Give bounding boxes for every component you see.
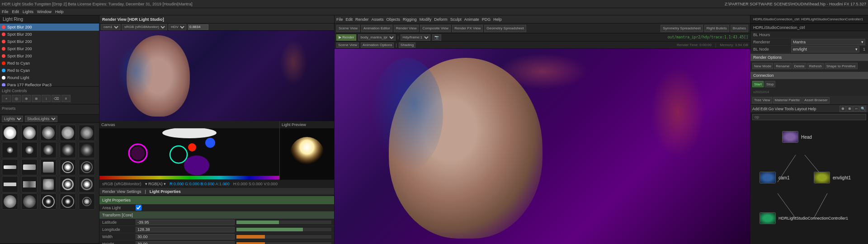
tab-tree-view[interactable]: Tree View bbox=[752, 97, 772, 103]
lights-dropdown[interactable]: Lights bbox=[2, 116, 23, 122]
h-geo-spreadsheet-btn[interactable]: Geometry Spreadsheet bbox=[484, 25, 526, 32]
scene-item-5[interactable]: Red to Cyan bbox=[0, 60, 99, 67]
light-thumb-7[interactable] bbox=[40, 142, 57, 158]
scene-item-0[interactable]: Spot Blur 200 bbox=[0, 23, 99, 31]
light-thumb-21[interactable] bbox=[21, 193, 38, 210]
color-mode-select[interactable]: sRGB (sRGBMonitor) bbox=[122, 24, 167, 30]
h-menu-sculpt[interactable]: Sculpt bbox=[450, 17, 462, 22]
light-thumb-24[interactable] bbox=[79, 193, 95, 210]
scene-item-6[interactable]: Red to Cyan bbox=[0, 67, 99, 74]
light-thumb-4[interactable] bbox=[79, 125, 95, 141]
new-mode-btn[interactable]: New Mode bbox=[752, 63, 773, 69]
light-thumb-14[interactable] bbox=[79, 159, 95, 175]
h-render-view-btn[interactable]: Render View bbox=[394, 25, 419, 32]
scene-item-8[interactable]: Para 177 Reflector Pac3 bbox=[0, 81, 99, 87]
cam-select[interactable]: cam1 bbox=[101, 24, 120, 30]
h-shading-btn[interactable]: Shading bbox=[399, 42, 415, 48]
h-camera-btn[interactable]: 📷 bbox=[432, 34, 441, 41]
light-thumb-12[interactable] bbox=[40, 159, 57, 175]
node-tb-layout[interactable]: Layout bbox=[795, 107, 807, 111]
width-slider[interactable] bbox=[236, 235, 332, 239]
h-symmetry-btn[interactable]: Symmetry Spreadsheet bbox=[660, 25, 703, 32]
h-menu-pdg[interactable]: PDG bbox=[482, 17, 491, 22]
h-view-btn1[interactable]: Scene View bbox=[336, 42, 359, 48]
light-thumb-8[interactable] bbox=[60, 142, 76, 158]
lc-btn-2[interactable]: ◎ bbox=[12, 95, 21, 102]
node-head[interactable]: Head bbox=[782, 131, 812, 143]
node-tb-add[interactable]: Add bbox=[752, 107, 760, 111]
menu-lights[interactable]: Lights bbox=[23, 9, 33, 14]
light-thumb-6[interactable] bbox=[21, 142, 38, 158]
node-tb-tools[interactable]: Tools bbox=[784, 107, 794, 111]
h-menu-rigging[interactable]: Rigging bbox=[403, 17, 417, 22]
menu-help[interactable]: Help bbox=[55, 9, 64, 14]
scene-item-1[interactable]: Spot Blur 200 bbox=[0, 31, 99, 38]
h-menu-edit[interactable]: Edit bbox=[346, 17, 353, 22]
h-scene-view-btn[interactable]: Scene View bbox=[336, 25, 360, 32]
h-anim-editor-btn[interactable]: Animation Editor bbox=[361, 25, 392, 32]
scene-item-3[interactable]: Spot Blur 200 bbox=[0, 45, 99, 52]
light-thumb-2[interactable] bbox=[40, 125, 57, 141]
node-tb-go[interactable]: Go bbox=[769, 107, 774, 111]
scene-item-7[interactable]: Round Light bbox=[0, 74, 99, 81]
light-thumb-23[interactable] bbox=[60, 193, 76, 210]
light-thumb-13[interactable] bbox=[60, 159, 76, 175]
h-menu-animate[interactable]: Animate bbox=[464, 17, 479, 22]
h-right-btn2[interactable]: Brushes bbox=[731, 25, 748, 32]
node-hdrl[interactable]: HDRLightStudioConnectionController1 bbox=[760, 212, 854, 224]
scene-item-4[interactable]: Spot Blur 200 bbox=[0, 52, 99, 60]
stop-btn[interactable]: Stop bbox=[764, 81, 775, 87]
h-composite-view-btn[interactable]: Composite View bbox=[420, 25, 451, 32]
node-icon-3[interactable]: ↔ bbox=[853, 106, 859, 112]
h-menu-deform[interactable]: Deform bbox=[434, 17, 448, 22]
studio-lights-dropdown[interactable]: StudioLights bbox=[25, 116, 57, 122]
lc-btn-5[interactable]: ↕ bbox=[42, 95, 51, 102]
light-thumb-3[interactable] bbox=[60, 125, 76, 141]
h-output-select[interactable]: Hdy/frame:1 bbox=[401, 34, 430, 41]
lc-btn-7[interactable]: ≡ bbox=[61, 95, 71, 102]
refresh-btn[interactable]: Refresh bbox=[807, 63, 824, 69]
h-view-btn2[interactable]: Animation Options bbox=[361, 42, 394, 48]
scene-item-2[interactable]: Spot Blur 200 bbox=[0, 38, 99, 45]
renderer-dropdown[interactable]: Mantra ▾ bbox=[791, 39, 865, 45]
height-slider[interactable] bbox=[236, 242, 332, 244]
latitude-slider[interactable] bbox=[236, 221, 332, 224]
light-thumb-10[interactable] bbox=[2, 159, 18, 175]
rename-btn[interactable]: Rename bbox=[774, 63, 791, 69]
exposure-select[interactable]: HDV bbox=[169, 24, 186, 30]
h-render-btn[interactable]: ▶ Render bbox=[336, 34, 356, 41]
node-search-input[interactable] bbox=[752, 114, 866, 120]
h-menu-file[interactable]: File bbox=[336, 17, 343, 22]
light-thumb-9[interactable] bbox=[79, 142, 95, 158]
area-light-checkbox[interactable] bbox=[136, 205, 142, 211]
light-thumb-1[interactable] bbox=[21, 125, 38, 141]
light-thumb-18[interactable] bbox=[60, 176, 76, 192]
lc-btn-4[interactable]: ⊗ bbox=[32, 95, 41, 102]
light-thumb-0[interactable] bbox=[2, 125, 18, 141]
node-envlight1[interactable]: envlight1 bbox=[814, 172, 851, 183]
menu-edit[interactable]: Edit bbox=[12, 9, 19, 14]
tab-asset-browser[interactable]: Asset Browser bbox=[802, 97, 830, 103]
light-thumb-11[interactable] bbox=[21, 159, 38, 175]
menu-window[interactable]: Window bbox=[37, 9, 52, 14]
h-cam-select[interactable]: body_mantra_ipr bbox=[358, 34, 396, 41]
start-btn[interactable]: Start bbox=[752, 81, 764, 87]
light-thumb-20[interactable] bbox=[2, 193, 18, 210]
lc-btn-1[interactable]: + bbox=[2, 95, 11, 102]
node-icon-4[interactable]: 🔍 bbox=[860, 106, 866, 112]
node-icon-1[interactable]: ⊕ bbox=[840, 106, 846, 112]
light-thumb-5[interactable] bbox=[2, 142, 18, 158]
light-thumb-19[interactable] bbox=[79, 176, 95, 192]
light-thumb-17[interactable] bbox=[40, 176, 57, 192]
h-right-btn1[interactable]: Right Bullets bbox=[704, 25, 729, 32]
longitude-slider[interactable] bbox=[236, 228, 332, 231]
h-menu-modify[interactable]: Modify bbox=[420, 17, 432, 22]
h-render-fx-btn[interactable]: Render FX View bbox=[452, 25, 483, 32]
node-tb-edit[interactable]: Edit bbox=[760, 107, 768, 111]
tab-material-palette[interactable]: Material Palette bbox=[773, 97, 802, 103]
light-thumb-22[interactable] bbox=[40, 193, 57, 210]
node-cam1[interactable]: cam1 bbox=[760, 172, 789, 183]
h-menu-render[interactable]: Render bbox=[355, 17, 369, 22]
node-icon-2[interactable]: ⊗ bbox=[846, 106, 853, 112]
shape-to-primitive-btn[interactable]: Shape to Primitive bbox=[825, 63, 858, 69]
